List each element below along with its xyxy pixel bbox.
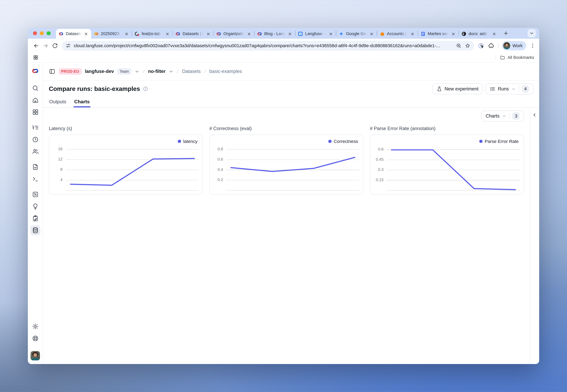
new-tab-button[interactable] bbox=[502, 29, 510, 37]
minimize-window-button[interactable] bbox=[40, 31, 44, 35]
sidebar-item-playground[interactable] bbox=[30, 174, 40, 184]
browser-tab[interactable]: 20250923 bbox=[91, 29, 132, 39]
chart-title: Latency (s) bbox=[49, 126, 203, 131]
browser-menu-icon[interactable] bbox=[530, 43, 536, 49]
tab-close-button[interactable] bbox=[492, 31, 497, 36]
all-bookmarks[interactable]: All Bookmarks bbox=[496, 55, 534, 60]
sidebar-item-settings[interactable] bbox=[30, 321, 40, 332]
clock-icon bbox=[32, 136, 39, 143]
page-tabs: Outputs Charts bbox=[43, 97, 539, 108]
y-tick-label: 16 bbox=[58, 147, 62, 151]
new-experiment-button[interactable]: New experiment bbox=[432, 84, 483, 94]
sidebar-item-search[interactable] bbox=[30, 83, 40, 93]
browser-tab[interactable]: Organizatio bbox=[214, 29, 254, 39]
sidebar-item-prompts[interactable] bbox=[30, 162, 40, 172]
tab-outputs[interactable]: Outputs bbox=[49, 99, 66, 107]
extensions-puzzle-icon[interactable] bbox=[488, 42, 494, 49]
page-header: Compare runs: basic-examples New experim… bbox=[43, 81, 539, 97]
sidebar-item-insights[interactable] bbox=[30, 201, 40, 211]
charts-toolbar: Charts 3 bbox=[49, 108, 524, 124]
chart-legend: Parse Error Rate bbox=[479, 139, 519, 144]
omnibox[interactable]: cloud.langfuse.com/project/cmfwgv8fx002o… bbox=[62, 41, 474, 51]
sidebar-bottom bbox=[30, 321, 40, 360]
tab-close-button[interactable] bbox=[369, 31, 374, 36]
bookmark-star-icon[interactable] bbox=[465, 43, 470, 49]
user-avatar[interactable] bbox=[30, 351, 40, 360]
charts-selector-button[interactable]: Charts 3 bbox=[481, 111, 524, 121]
tab-search-button[interactable] bbox=[527, 29, 536, 37]
tab-close-button[interactable] bbox=[451, 31, 456, 36]
apps-grid-icon[interactable] bbox=[33, 55, 38, 60]
tab-close-button[interactable] bbox=[124, 31, 129, 36]
breadcrumb-dataset-name[interactable]: basic-examples bbox=[209, 69, 242, 74]
legend-dot bbox=[479, 140, 482, 143]
org-name[interactable]: langfuse-dev bbox=[85, 69, 114, 74]
browser-tab[interactable]: Datasets | L bbox=[173, 29, 213, 39]
zoom-icon[interactable] bbox=[456, 43, 462, 49]
collapse-panel-chevron-icon[interactable] bbox=[532, 112, 537, 117]
profile-label: Work bbox=[512, 43, 523, 48]
chart-card: latency 481216 bbox=[49, 134, 203, 195]
browser-tab[interactable]: Blog - Lang bbox=[255, 29, 295, 39]
sidebar-item-dashboards[interactable] bbox=[30, 107, 40, 117]
right-rail bbox=[530, 108, 539, 364]
chevron-down-icon[interactable] bbox=[135, 69, 139, 74]
project-name[interactable]: no-filter bbox=[148, 69, 166, 74]
sidebar-item-sessions[interactable] bbox=[30, 134, 40, 145]
sidebar-item-evaluators[interactable] bbox=[30, 189, 40, 199]
sidebar-item-support[interactable] bbox=[30, 333, 40, 343]
forward-button[interactable] bbox=[41, 41, 50, 50]
gemini-favicon bbox=[339, 31, 344, 36]
sidebar-item-home[interactable] bbox=[30, 95, 40, 105]
y-tick-label: 0.45 bbox=[376, 157, 384, 162]
profile-chip[interactable]: Work bbox=[502, 41, 526, 50]
tab-close-button[interactable] bbox=[247, 31, 252, 36]
close-icon bbox=[492, 31, 497, 36]
tab-list: Datasets | L20250923feat(io-tabDatasets … bbox=[56, 28, 499, 39]
browser-tab[interactable]: feat(io-tab bbox=[132, 29, 172, 39]
browser-tab[interactable]: 6Langfuse - bbox=[296, 29, 336, 39]
y-tick-label: 0.2 bbox=[218, 177, 223, 182]
tab-title: 20250923 bbox=[101, 31, 123, 36]
gear-icon bbox=[32, 323, 39, 330]
tab-charts[interactable]: Charts bbox=[74, 99, 90, 107]
database-icon bbox=[32, 227, 39, 234]
browser-tab[interactable]: Datasets | L bbox=[56, 29, 91, 39]
breadcrumb-datasets-link[interactable]: Datasets bbox=[182, 69, 201, 74]
browser-tab[interactable]: Google Ger bbox=[336, 29, 377, 39]
close-window-button[interactable] bbox=[33, 31, 37, 35]
tab-close-button[interactable] bbox=[165, 31, 170, 36]
chevron-down-icon[interactable] bbox=[169, 69, 173, 74]
back-button[interactable] bbox=[31, 41, 41, 50]
chart-card: Parse Error Rate 0.150.30.450.6 bbox=[370, 134, 524, 195]
sidebar-item-tracing[interactable] bbox=[30, 123, 40, 133]
zoom-window-button[interactable] bbox=[47, 31, 51, 35]
tab-title: Langfuse - bbox=[305, 31, 327, 36]
tab-close-button[interactable] bbox=[287, 31, 292, 36]
info-icon[interactable] bbox=[143, 86, 148, 91]
sidebar-item-datasets[interactable] bbox=[30, 225, 40, 235]
runs-selector-button[interactable]: Runs 4 bbox=[486, 84, 533, 94]
browser-tab[interactable]: Marlies we bbox=[418, 29, 458, 39]
tab-close-button[interactable] bbox=[328, 31, 333, 36]
tab-close-button[interactable] bbox=[410, 31, 415, 36]
sidebar-toggle-icon[interactable] bbox=[49, 68, 55, 75]
browser-tab[interactable]: docs: add bbox=[459, 29, 499, 39]
sidebar-item-annotation-queues[interactable] bbox=[30, 213, 40, 223]
browser-tab[interactable]: Accounts | bbox=[377, 29, 418, 39]
environment-badge: PROD-EU bbox=[58, 68, 82, 75]
site-settings-icon bbox=[66, 43, 71, 48]
tab-close-button[interactable] bbox=[206, 31, 211, 36]
close-icon bbox=[328, 31, 333, 36]
sidebar-item-users[interactable] bbox=[30, 146, 40, 156]
line-series bbox=[387, 147, 520, 191]
content: Charts 3 Latency (s) latency 481216 bbox=[43, 108, 539, 364]
sidebar-nav bbox=[30, 83, 40, 237]
close-icon bbox=[165, 31, 170, 36]
tab-close-button[interactable] bbox=[84, 31, 88, 36]
reload-button[interactable] bbox=[50, 41, 60, 50]
password-manager-icon[interactable] bbox=[478, 42, 484, 49]
close-icon bbox=[410, 31, 415, 36]
legend-label: latency bbox=[183, 139, 198, 144]
calendar-favicon: 6 bbox=[298, 31, 303, 36]
